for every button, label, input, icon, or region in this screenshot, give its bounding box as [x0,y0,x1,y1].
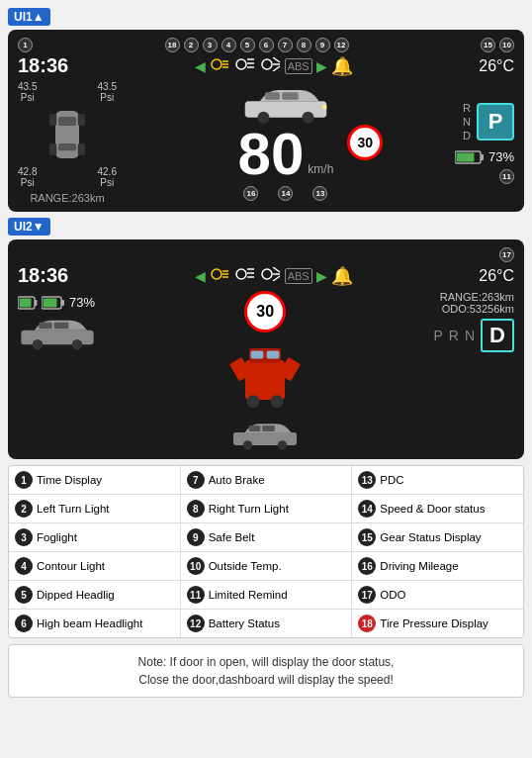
ui2-range-text: RANGE:263km [440,291,514,303]
legend-cell-11: 11 Limited Remind [181,581,353,609]
svg-rect-15 [49,114,56,126]
ui2-num-17: 17 [499,247,514,262]
num-4: 4 [222,38,236,52]
ui2-battery-row: 73% [18,295,97,310]
legend-label-15: Gear Status Display [380,531,481,543]
ui2-gear-p: P [433,328,442,343]
svg-rect-20 [265,92,280,100]
legend-cell-7: 7 Auto Brake [181,466,353,494]
legend-label-10: Outside Temp. [209,560,282,572]
num-13: 13 [312,186,327,201]
svg-rect-17 [49,143,56,155]
legend-num-5: 5 [15,586,33,604]
legend-cell-13: 13 PDC [352,466,523,494]
svg-rect-42 [20,298,32,307]
ui2-center: 30 [225,291,305,451]
legend-cell-15: 15 Gear Status Display [352,523,523,551]
svg-point-62 [243,440,252,449]
car-topdown-icon [28,105,107,164]
svg-rect-46 [21,331,93,345]
legend-cell-10: 10 Outside Temp. [181,552,353,580]
num-9: 9 [315,38,330,52]
gear-p-box: P [477,103,514,141]
svg-point-36 [262,269,272,279]
high-beam-icon [259,57,281,74]
svg-rect-26 [481,154,484,160]
ui2-middle-section: 73% 30 [18,291,514,451]
svg-rect-44 [61,300,64,306]
legend-label-14: Speed & Door status [380,503,485,515]
svg-rect-47 [39,323,51,330]
svg-rect-59 [233,432,297,445]
svg-rect-48 [54,323,69,330]
ui1-center-section: 80 km/h 30 16 14 13 [238,85,334,201]
svg-rect-60 [249,426,261,431]
note-line2: Close the door,dashboard will display th… [21,671,511,689]
speed-unit: km/h [308,162,333,176]
tire-front-right: 43.5Psi [98,81,117,103]
num-6: 6 [259,38,274,52]
num-5: 5 [240,38,255,52]
ui2-abs-icon: ABS [285,268,312,284]
abs-icon: ABS [285,58,312,74]
legend-num-6: 6 [15,615,33,632]
legend-label-8: Right Turn Light [209,503,289,515]
legend-cell-4: 4 Contour Light [9,552,181,580]
left-turn-icon: ◀ [195,58,206,74]
ui2-icons-row: ◀ [68,265,479,287]
svg-point-8 [262,59,272,69]
ui2-temp: 26°C [479,267,514,285]
ui2-car-side2-icon [230,420,300,451]
battery-row: 73% [455,149,514,165]
legend-num-1: 1 [15,471,33,489]
legend-num-18: 18 [358,615,376,632]
svg-line-37 [273,267,280,272]
ui2-top-numbers: 17 [18,247,514,262]
svg-point-28 [212,269,222,279]
ui2-lowbeam-icon [233,267,255,284]
ui2-speed-limit: 30 [244,291,286,332]
legend-label-12: Battery Status [209,617,280,629]
num-15: 15 [481,38,495,52]
legend-num-15: 15 [358,528,376,546]
legend-row-4: 4 Contour Light 10 Outside Temp. 16 Driv… [9,552,523,581]
note-line1: Note: If door in open, will display the … [21,653,511,671]
ui1-middle: 43.5Psi 43.5Psi [18,81,514,204]
ui2-time: 18:36 [18,264,68,287]
tire-rear-right: 42.6Psi [98,166,117,188]
legend-label-5: Dipped Headlig [37,589,115,601]
ui2-right-turn-icon: ▶ [316,268,327,284]
num-8: 8 [297,38,311,52]
ui1-left-section: 43.5Psi 43.5Psi [18,81,117,204]
ui1-top-numbers: 1 18 2 3 4 5 6 7 8 9 12 15 10 [18,38,514,52]
svg-rect-19 [245,101,327,118]
legend-cell-18: 18 Tire Pressure Display [352,610,523,637]
legend-num-10: 10 [187,557,205,575]
legend-row-1: 1 Time Display 7 Auto Brake 13 PDC [9,466,523,495]
legend-row-2: 2 Left Turn Light 8 Right Turn Light 14 … [9,495,523,523]
dipped-headlight-icon [233,57,255,74]
svg-point-63 [278,440,287,449]
svg-point-23 [302,111,313,123]
svg-rect-58 [267,350,280,358]
legend-table: 1 Time Display 7 Auto Brake 13 PDC 2 Lef… [8,465,524,638]
svg-rect-14 [58,143,76,150]
ui2-prnd: P R N D [433,319,514,352]
legend-num-8: 8 [187,500,205,518]
right-turn-icon: ▶ [316,58,327,74]
right-numbers: 15 10 [481,38,514,52]
ui2-left-turn-icon: ◀ [195,268,206,284]
svg-rect-27 [456,152,474,161]
speed-value: 80 [238,125,305,184]
legend-label-4: Contour Light [37,560,105,572]
svg-rect-18 [78,143,85,155]
num-12: 12 [334,38,349,52]
ui1-panel: 1 18 2 3 4 5 6 7 8 9 12 15 10 18:36 [8,30,524,212]
tire-bottom-row: 42.8Psi 42.6Psi [18,166,117,188]
svg-rect-13 [58,117,76,126]
legend-cell-2: 2 Left Turn Light [9,495,181,522]
legend-label-6: High beam Headlight [37,617,142,629]
ui1-range: RANGE:263km [30,192,104,204]
legend-label-7: Auto Brake [209,474,265,486]
ui1-time: 18:36 [18,54,68,77]
